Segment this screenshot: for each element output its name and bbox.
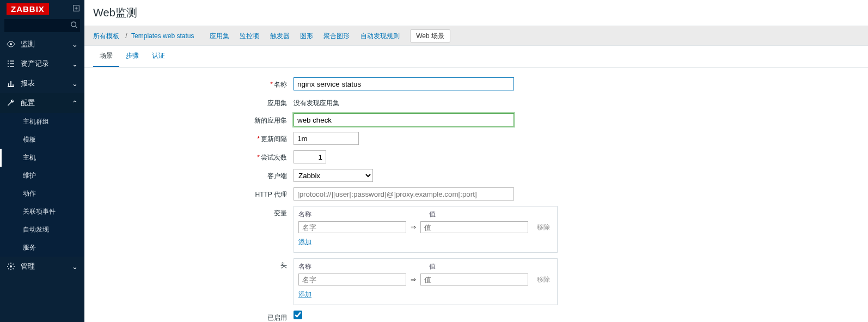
label-new-app: 新的应用集 (97, 113, 294, 125)
arrow-icon: ⇒ (411, 276, 416, 283)
sub-services[interactable]: 服务 (0, 239, 84, 257)
chevron-down-icon: ⌄ (72, 60, 78, 68)
vars-col-value: 值 (429, 210, 538, 219)
var-value-input[interactable] (420, 221, 528, 233)
headers-col-value: 值 (429, 262, 538, 271)
search-icon[interactable] (70, 21, 78, 31)
name-input[interactable] (294, 77, 514, 90)
section-screens[interactable]: 聚合图形 (323, 32, 350, 40)
section-graphs[interactable]: 图形 (300, 32, 313, 40)
section-web[interactable]: Web 场景 (410, 29, 450, 42)
chart-icon (7, 79, 15, 88)
arrow-icon: ⇒ (411, 223, 416, 231)
form: *名称 应用集 没有发现应用集 新的应用集 *更新间隔 *尝试次数 客户端 (84, 68, 868, 322)
header-add-link[interactable]: 添加 (298, 290, 311, 299)
svg-point-2 (10, 43, 12, 45)
label-headers: 头 (97, 258, 294, 270)
tabs: 场景 步骤 认证 (84, 46, 868, 67)
sub-hostgroups[interactable]: 主机群组 (0, 113, 84, 131)
section-applications[interactable]: 应用集 (210, 32, 229, 40)
sub-templates[interactable]: 模板 (0, 131, 84, 149)
expand-icon[interactable] (72, 4, 80, 14)
section-items[interactable]: 监控项 (240, 32, 259, 40)
nav-label: 报表 (21, 78, 35, 88)
sub-discovery[interactable]: 自动发现 (0, 221, 84, 239)
page-title: Web监测 (84, 0, 868, 26)
nav-inventory[interactable]: 资产记录 ⌄ (0, 54, 84, 74)
chevron-down-icon: ⌄ (72, 80, 78, 88)
headers-table: 名称 值 ⇒ 移除 添加 (294, 258, 558, 305)
sub-actions[interactable]: 动作 (0, 185, 84, 203)
label-app: 应用集 (97, 96, 294, 108)
logo: ZABBIX (7, 3, 49, 15)
nav-label: 配置 (21, 98, 35, 108)
header-remove-link[interactable]: 移除 (537, 275, 550, 284)
vars-table: 名称 值 ⇒ 移除 添加 (294, 206, 558, 253)
nav-label: 管理 (21, 262, 35, 271)
nav-label: 资产记录 (21, 59, 49, 69)
chevron-down-icon: ⌄ (72, 263, 78, 271)
config-submenu: 主机群组 模板 主机 维护 动作 关联项事件 自动发现 服务 (0, 113, 84, 257)
nav-reports[interactable]: 报表 ⌄ (0, 74, 84, 93)
proxy-input[interactable] (294, 187, 514, 201)
app-static-text: 没有发现应用集 (294, 96, 855, 108)
label-agent: 客户端 (97, 169, 294, 181)
sidebar-header: ZABBIX (0, 0, 84, 17)
search-input[interactable] (4, 19, 80, 32)
breadcrumb-template[interactable]: Templates web status (131, 32, 194, 40)
agent-select[interactable]: Zabbix (294, 169, 373, 182)
eye-icon (7, 40, 15, 48)
headers-col-name: 名称 (298, 262, 413, 271)
tab-auth[interactable]: 认证 (145, 46, 172, 67)
section-discovery[interactable]: 自动发现规则 (360, 32, 400, 40)
main-content: Web监测 所有模板 / Templates web status 应用集 监控… (84, 0, 868, 322)
var-remove-link[interactable]: 移除 (537, 223, 550, 232)
svg-point-1 (71, 22, 76, 27)
enabled-checkbox[interactable] (294, 311, 302, 319)
sub-correlation[interactable]: 关联项事件 (0, 203, 84, 221)
list-icon (7, 59, 15, 68)
svg-point-3 (10, 265, 12, 268)
wrench-icon (7, 99, 15, 107)
nav-configuration[interactable]: 配置 ⌃ (0, 93, 84, 113)
breadcrumb-root[interactable]: 所有模板 (93, 32, 119, 40)
nav-admin[interactable]: 管理 ⌄ (0, 257, 84, 276)
sub-hosts[interactable]: 主机 (0, 149, 84, 167)
section-triggers[interactable]: 触发器 (270, 32, 290, 40)
tab-steps[interactable]: 步骤 (119, 46, 145, 67)
vars-col-name: 名称 (298, 210, 413, 219)
retries-input[interactable] (294, 150, 326, 163)
chevron-down-icon: ⌄ (72, 40, 78, 48)
sidebar: ZABBIX 监测 ⌄ 资产记录 ⌄ 报表 (0, 0, 84, 322)
label-vars: 变量 (97, 206, 294, 218)
interval-input[interactable] (294, 132, 359, 145)
label-proxy: HTTP 代理 (97, 187, 294, 199)
header-value-input[interactable] (420, 274, 528, 285)
top-links-bar: 所有模板 / Templates web status 应用集 监控项 触发器 … (84, 26, 868, 46)
label-name: *名称 (97, 77, 294, 89)
label-interval: *更新间隔 (97, 132, 294, 144)
nav-label: 监测 (21, 39, 35, 49)
chevron-up-icon: ⌃ (72, 99, 78, 107)
label-enabled: 已启用 (97, 311, 294, 322)
label-retries: *尝试次数 (97, 150, 294, 162)
gear-icon (7, 262, 15, 271)
var-add-link[interactable]: 添加 (298, 238, 311, 247)
nav-monitoring[interactable]: 监测 ⌄ (0, 34, 84, 54)
var-name-input[interactable] (298, 221, 406, 233)
header-name-input[interactable] (298, 274, 406, 285)
sub-maintenance[interactable]: 维护 (0, 167, 84, 185)
tab-scenario[interactable]: 场景 (93, 46, 119, 67)
new-app-input[interactable] (294, 113, 514, 126)
breadcrumb-sep: / (125, 32, 127, 40)
